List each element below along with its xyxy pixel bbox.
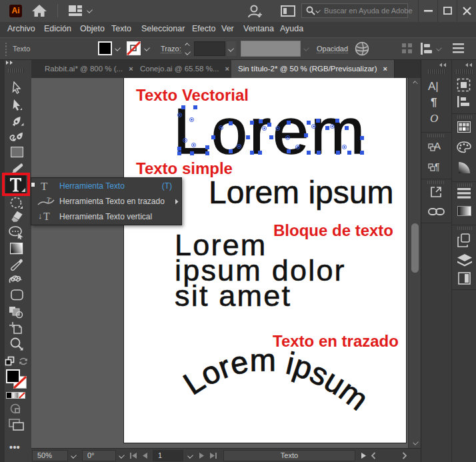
svg-text:Lorem ipsum: Lorem ipsum xyxy=(177,342,375,417)
svg-text:¶: ¶ xyxy=(435,161,440,172)
